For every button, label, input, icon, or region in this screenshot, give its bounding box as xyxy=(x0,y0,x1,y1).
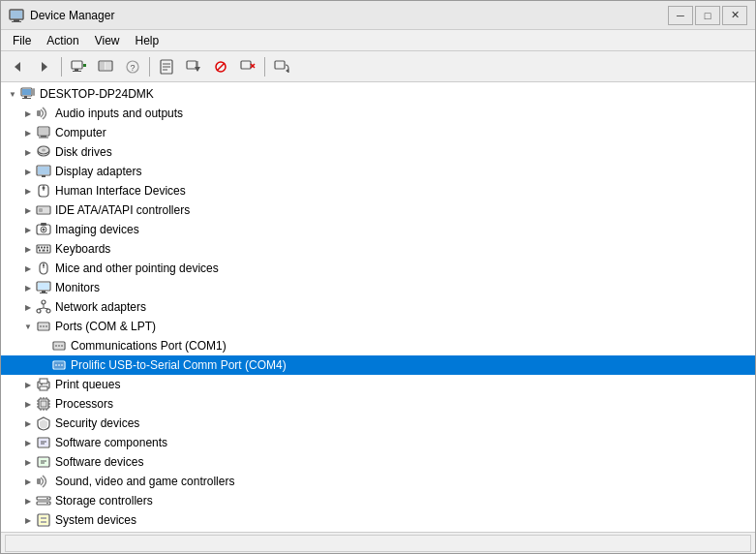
svg-rect-92 xyxy=(40,379,47,384)
tree-item-software-comp[interactable]: ▶ Software components xyxy=(1,433,755,452)
content-area: ▼ DESKTOP-DP24DMK ▶ xyxy=(1,82,755,532)
menu-view[interactable]: View xyxy=(87,32,128,49)
print-icon xyxy=(36,377,51,392)
tree-item-system[interactable]: ▶ System devices xyxy=(1,510,755,530)
tree-item-disk[interactable]: ▶ Disk drives xyxy=(1,142,755,162)
svg-rect-9 xyxy=(83,64,86,67)
print-label: Print queues xyxy=(55,378,120,391)
device-tree[interactable]: ▼ DESKTOP-DP24DMK ▶ xyxy=(1,82,755,532)
tree-item-monitors[interactable]: ▶ Monitors xyxy=(1,278,755,297)
menu-action[interactable]: Action xyxy=(39,32,86,49)
tree-item-sound-video[interactable]: ▶ Sound, video and game controllers xyxy=(1,472,755,491)
tree-item-keyboards[interactable]: ▶ Keyboards xyxy=(1,239,755,259)
tree-item-security[interactable]: ▶ Security devices xyxy=(1,414,755,433)
tree-item-mice[interactable]: ▶ Mice and other pointing devices xyxy=(1,259,755,278)
tree-item-hid[interactable]: ▶ Human Interface Devices xyxy=(1,181,755,200)
security-icon xyxy=(36,416,51,431)
svg-rect-110 xyxy=(39,439,48,446)
mice-expand-icon: ▶ xyxy=(20,261,36,276)
svg-rect-125 xyxy=(41,521,46,523)
svg-rect-57 xyxy=(41,247,43,249)
svg-rect-3 xyxy=(11,11,22,18)
display-label: Display adapters xyxy=(55,165,141,178)
toolbar-separator-1 xyxy=(61,57,62,77)
tree-item-imaging[interactable]: ▶ Imaging devices xyxy=(1,220,755,239)
svg-rect-24 xyxy=(241,61,251,69)
monitors-label: Monitors xyxy=(55,281,100,294)
monitors-expand-icon: ▶ xyxy=(20,280,36,295)
svg-point-47 xyxy=(43,187,45,190)
minimize-button[interactable]: ─ xyxy=(668,6,693,25)
tree-item-com4[interactable]: ▶ Prolific USB-to-Serial Comm Port (COM4… xyxy=(1,355,755,375)
ports-expand-icon: ▼ xyxy=(20,319,36,334)
root-label: DESKTOP-DP24DMK xyxy=(40,87,154,101)
tree-item-audio[interactable]: ▶ Audio inputs and outputs xyxy=(1,104,755,123)
svg-rect-56 xyxy=(38,247,40,249)
svg-rect-1 xyxy=(14,19,19,21)
back-button[interactable] xyxy=(5,55,30,78)
tree-item-computer[interactable]: ▶ Computer xyxy=(1,123,755,142)
processors-expand-icon: ▶ xyxy=(20,396,36,412)
tree-item-print[interactable]: ▶ Print queues xyxy=(1,375,755,394)
display-expand-icon: ▶ xyxy=(20,164,36,179)
svg-rect-2 xyxy=(12,21,21,22)
software-dev-expand-icon: ▶ xyxy=(20,454,36,470)
menu-file[interactable]: File xyxy=(5,32,39,49)
svg-rect-30 xyxy=(22,89,31,95)
svg-point-121 xyxy=(46,503,48,505)
properties-button[interactable] xyxy=(154,55,179,78)
disable-button[interactable] xyxy=(208,55,233,78)
svg-rect-59 xyxy=(46,247,48,249)
ide-label: IDE ATA/ATAPI controllers xyxy=(55,203,190,217)
close-button[interactable]: ✕ xyxy=(722,6,747,25)
toolbar: ? xyxy=(1,51,755,82)
svg-rect-94 xyxy=(41,384,43,385)
ide-expand-icon: ▶ xyxy=(20,202,36,218)
svg-rect-60 xyxy=(39,250,41,252)
uninstall-button[interactable] xyxy=(235,55,260,78)
tree-item-com1[interactable]: ▶ Communications Port (COM1) xyxy=(1,336,755,355)
network-icon xyxy=(36,299,51,315)
tree-item-ide[interactable]: ▶ IDE ATA/ATAPI controllers xyxy=(1,200,755,220)
disk-expand-icon: ▶ xyxy=(20,144,36,160)
help-button[interactable]: ? xyxy=(120,55,145,78)
hid-icon xyxy=(36,183,51,199)
tree-item-storage[interactable]: ▶ Storage controllers xyxy=(1,491,755,510)
software-dev-label: Software devices xyxy=(55,455,143,469)
com1-icon xyxy=(51,338,67,354)
tree-item-software-dev[interactable]: ▶ Software devices xyxy=(1,452,755,472)
svg-rect-33 xyxy=(33,88,35,96)
hid-expand-icon: ▶ xyxy=(20,183,36,199)
device-manager-window: Device Manager ─ □ ✕ File Action View He… xyxy=(0,0,756,554)
processors-label: Processors xyxy=(55,397,113,411)
network-expand-icon: ▶ xyxy=(20,299,36,315)
disk-label: Disk drives xyxy=(55,145,112,159)
tree-item-network[interactable]: ▶ Network adapters xyxy=(1,297,755,317)
tree-item-processors[interactable]: ▶ xyxy=(1,394,755,414)
audio-expand-icon: ▶ xyxy=(20,106,36,121)
svg-rect-118 xyxy=(37,497,50,500)
security-label: Security devices xyxy=(55,416,139,430)
root-expand-icon: ▼ xyxy=(5,86,20,102)
tree-root[interactable]: ▼ DESKTOP-DP24DMK xyxy=(1,84,755,104)
views-button[interactable] xyxy=(93,55,118,78)
forward-button[interactable] xyxy=(32,55,57,78)
tree-item-ports[interactable]: ▼ Ports (COM & LPT) xyxy=(1,317,755,336)
svg-point-65 xyxy=(43,264,45,266)
scan-hardware-button[interactable] xyxy=(269,55,294,78)
sound-video-expand-icon: ▶ xyxy=(20,474,36,489)
maximize-button[interactable]: □ xyxy=(695,6,720,25)
com1-label: Communications Port (COM1) xyxy=(71,339,227,353)
svg-rect-44 xyxy=(42,175,45,177)
show-hidden-button[interactable] xyxy=(66,55,91,78)
tree-item-display[interactable]: ▶ Display adapters xyxy=(1,162,755,181)
svg-point-70 xyxy=(42,300,45,304)
svg-rect-38 xyxy=(39,138,48,138)
monitors-icon xyxy=(36,280,51,295)
menu-help[interactable]: Help xyxy=(128,32,167,49)
svg-rect-123 xyxy=(39,515,48,525)
svg-rect-124 xyxy=(41,517,46,519)
update-driver-button[interactable] xyxy=(181,55,206,78)
svg-rect-31 xyxy=(24,96,27,98)
svg-rect-93 xyxy=(40,386,47,390)
